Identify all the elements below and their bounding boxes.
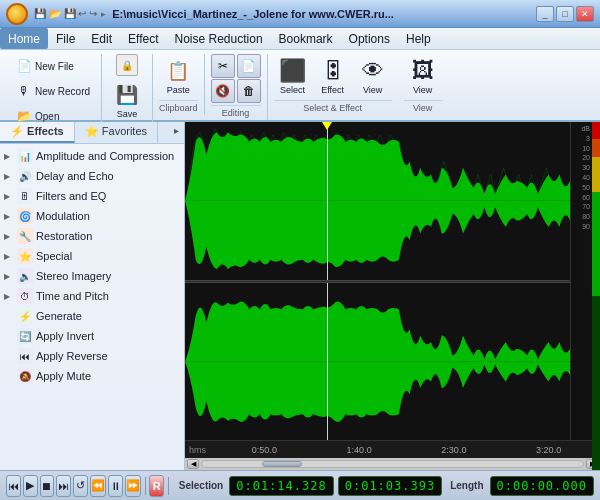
db-label: dB [571,124,590,134]
new-record-button[interactable]: 🎙 New Record [10,79,95,103]
expand-arrow-special: ▶ [4,252,14,261]
new-record-icon: 🎙 [15,82,33,100]
close-button[interactable]: ✕ [576,6,594,22]
effect-label: Effect [321,85,344,95]
menu-edit[interactable]: Edit [83,28,120,49]
scroll-left-button[interactable]: ◀ [187,459,199,469]
menu-bookmark[interactable]: Bookmark [271,28,341,49]
waveform-track-1[interactable]: // We'll generate bars inline with a pat… [185,122,570,280]
expand-arrow-filters: ▶ [4,192,14,201]
effect-icon: 🎛 [319,57,347,85]
waveform-svg-2 [185,283,570,441]
select-button[interactable]: ⬛ Select [274,54,312,98]
horizontal-scrollbar[interactable]: ◀ ▶ [185,458,600,470]
waveform-track-2[interactable] [185,283,570,441]
selection-start-display: 0:01:14.328 [229,476,333,496]
expand-arrow-time: ▶ [4,292,14,301]
sidebar-more-button[interactable]: ▸ [169,122,184,143]
go-end-button[interactable]: ⏭ [56,475,71,497]
ribbon-clipboard-label: Clipboard [159,100,198,113]
restoration-label: Restoration [36,230,92,242]
effect-time[interactable]: ▶ ⏱ Time and Pitch [0,286,184,306]
cut-btn[interactable]: ✂ [211,54,235,78]
next-button[interactable]: ⏩ [125,475,141,497]
menu-noise-reduction[interactable]: Noise Reduction [167,28,271,49]
pause-button[interactable]: ⏸ [108,475,123,497]
loop-button[interactable]: ↺ [73,475,88,497]
effect-button[interactable]: 🎛 Effect [314,54,352,98]
transport-bar: ⏮ ▶ ⏹ ⏭ ↺ ⏪ ⏸ ⏩ R Selection 0:01:14.328 … [0,470,600,500]
paste-button[interactable]: 📋 Paste [159,54,197,98]
sidebar-tabs: ⚡ Effects ⭐ Favorites ▸ [0,122,184,144]
effect-delay[interactable]: ▶ 🔊 Delay and Echo [0,166,184,186]
length-label: Length [450,480,483,491]
db-meter [592,122,600,440]
waveform-area[interactable]: // We'll generate bars inline with a pat… [185,122,600,470]
effect-generate[interactable]: ▶ ⚡ Generate [0,306,184,326]
cursor-line-2 [327,283,328,441]
save-button[interactable]: 💾 Save [108,78,146,122]
go-start-button[interactable]: ⏮ [6,475,21,497]
paste-icon: 📋 [164,57,192,85]
effect-modulation[interactable]: ▶ 🌀 Modulation [0,206,184,226]
expand-arrow-stereo: ▶ [4,272,14,281]
transport-sep-1 [145,477,146,495]
tab-effects[interactable]: ⚡ Effects [0,122,75,143]
new-file-button[interactable]: 📄 New File [10,54,79,78]
menu-options[interactable]: Options [341,28,398,49]
view2-button[interactable]: 🖼 View [404,54,442,98]
ribbon-group-view: 🖼 View View [398,54,448,115]
play-button[interactable]: ▶ [23,475,38,497]
maximize-button[interactable]: □ [556,6,574,22]
apply-reverse-label: Apply Reverse [36,350,108,362]
db-50: 50 [571,183,590,193]
effect-restoration[interactable]: ▶ 🔧 Restoration [0,226,184,246]
effect-amplitude[interactable]: ▶ 📊 Amplitude and Compression [0,146,184,166]
filters-icon: 🎚 [17,188,33,204]
view-button[interactable]: 👁 View [354,54,392,98]
playhead-marker [322,122,332,130]
effect-apply-mute[interactable]: ▶ 🔕 Apply Mute [0,366,184,386]
effect-stereo[interactable]: ▶ 🔈 Stereo Imagery [0,266,184,286]
effect-special[interactable]: ▶ ⭐ Special [0,246,184,266]
save-icon: 💾 [113,81,141,109]
silence-btn[interactable]: 🔇 [211,79,235,103]
new-file-icon: 📄 [15,57,33,75]
view2-icon: 🖼 [409,57,437,85]
invert-icon: 🔄 [17,328,33,344]
delete-btn[interactable]: 🗑 [237,79,261,103]
menu-effect[interactable]: Effect [120,28,166,49]
restoration-icon: 🔧 [17,228,33,244]
special-icon: ⭐ [17,248,33,264]
ribbon-group-editing: ✂ 📄 🔇 🗑 Editing [205,54,268,120]
db-10: 10 [571,144,590,154]
expand-arrow: ▶ [4,152,14,161]
minimize-button[interactable]: _ [536,6,554,22]
expand-arrow-rest: ▶ [4,232,14,241]
time-050: 0:50.0 [217,445,312,455]
window-controls[interactable]: _ □ ✕ [536,6,594,22]
scrollbar-track[interactable] [201,460,584,468]
length-display: 0:00:00.000 [490,476,594,496]
tab-favorites[interactable]: ⭐ Favorites [75,122,158,143]
stop-button[interactable]: ⏹ [40,475,55,497]
timeline: hms 0:50.0 1:40.0 2:30.0 3:20.0 [185,440,600,458]
special-label: Special [36,250,72,262]
selection-label: Selection [179,480,223,491]
filters-label: Filters and EQ [36,190,106,202]
menu-home[interactable]: Home [0,28,48,49]
scrollbar-thumb[interactable] [262,461,302,467]
menu-file[interactable]: File [48,28,83,49]
prev-button[interactable]: ⏪ [90,475,106,497]
effect-filters[interactable]: ▶ 🎚 Filters and EQ [0,186,184,206]
app-logo [6,3,28,25]
effect-apply-reverse[interactable]: ▶ ⏮ Apply Reverse [0,346,184,366]
select-label: Select [280,85,305,95]
menu-help[interactable]: Help [398,28,439,49]
record-button[interactable]: R [149,475,164,497]
stereo-label: Stereo Imagery [36,270,111,282]
time-320: 3:20.0 [501,445,596,455]
copy-btn[interactable]: 📄 [237,54,261,78]
effect-apply-invert[interactable]: ▶ 🔄 Apply Invert [0,326,184,346]
ribbon-select-effect-label: Select & Effect [274,100,392,113]
